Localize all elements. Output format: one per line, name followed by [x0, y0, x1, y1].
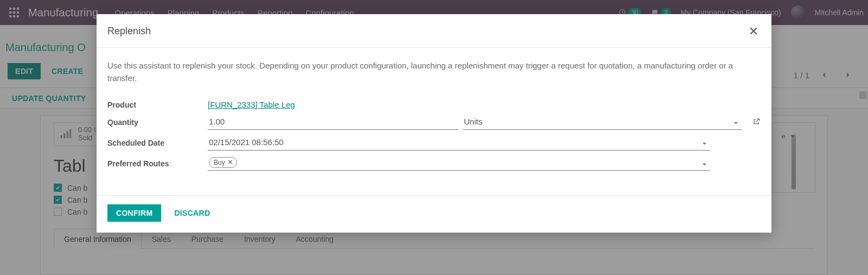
- label-product: Product: [107, 101, 208, 109]
- label-preferred-routes: Preferred Routes: [107, 159, 208, 168]
- discard-button[interactable]: DISCARD: [169, 204, 215, 222]
- scheduled-date-input[interactable]: [208, 135, 710, 151]
- external-link-icon: [752, 117, 761, 126]
- uom-input[interactable]: [463, 115, 742, 130]
- close-icon: [750, 27, 757, 35]
- tag-remove-icon[interactable]: ✕: [227, 158, 233, 167]
- external-link-button[interactable]: [752, 117, 761, 128]
- quantity-input[interactable]: [208, 115, 458, 130]
- modal-header: Replenish: [97, 14, 771, 48]
- row-quantity: Quantity: [107, 112, 761, 133]
- route-tag-buy[interactable]: Buy ✕: [209, 157, 237, 168]
- modal-title: Replenish: [107, 26, 151, 37]
- modal-body: Use this assistant to replenish your sto…: [97, 48, 771, 177]
- modal-footer: CONFIRM DISCARD: [97, 195, 771, 233]
- label-scheduled-date: Scheduled Date: [107, 139, 208, 147]
- row-preferred-routes: Preferred Routes Buy ✕: [107, 153, 761, 173]
- routes-field[interactable]: Buy ✕: [208, 156, 710, 171]
- modal-close-button[interactable]: [746, 24, 761, 39]
- row-product: Product [FURN_2333] Table Leg: [107, 97, 761, 112]
- routes-input[interactable]: [240, 158, 709, 167]
- label-quantity: Quantity: [107, 118, 208, 127]
- confirm-button[interactable]: CONFIRM: [107, 204, 161, 222]
- replenish-modal: Replenish Use this assistant to replenis…: [97, 14, 771, 233]
- modal-description: Use this assistant to replenish your sto…: [107, 60, 761, 84]
- route-tag-label: Buy: [214, 158, 225, 167]
- row-scheduled-date: Scheduled Date: [107, 133, 761, 153]
- product-link[interactable]: [FURN_2333] Table Leg: [208, 100, 295, 109]
